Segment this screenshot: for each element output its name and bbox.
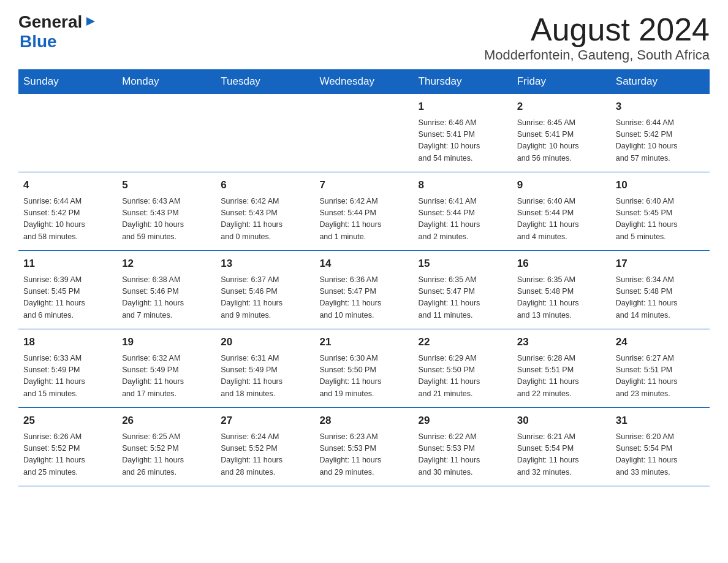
day-info: Sunrise: 6:40 AM Sunset: 5:45 PM Dayligh…	[616, 196, 705, 243]
day-info: Sunrise: 6:25 AM Sunset: 5:52 PM Dayligh…	[122, 431, 211, 479]
day-info: Sunrise: 6:20 AM Sunset: 5:54 PM Dayligh…	[616, 431, 705, 479]
day-number: 1	[419, 99, 507, 115]
day-number: 8	[419, 177, 507, 193]
day-info: Sunrise: 6:42 AM Sunset: 5:44 PM Dayligh…	[319, 196, 408, 243]
day-info: Sunrise: 6:27 AM Sunset: 5:51 PM Dayligh…	[616, 353, 705, 400]
calendar-day-8: 8Sunrise: 6:41 AM Sunset: 5:44 PM Daylig…	[414, 172, 512, 251]
calendar-day-23: 23Sunrise: 6:28 AM Sunset: 5:51 PM Dayli…	[512, 329, 611, 408]
day-number: 2	[517, 99, 606, 115]
weekday-header-friday: Friday	[512, 69, 611, 94]
day-info: Sunrise: 6:35 AM Sunset: 5:48 PM Dayligh…	[517, 274, 606, 322]
day-info: Sunrise: 6:23 AM Sunset: 5:53 PM Dayligh…	[319, 431, 408, 479]
calendar-header-row: SundayMondayTuesdayWednesdayThursdayFrid…	[18, 69, 710, 94]
weekday-header-tuesday: Tuesday	[216, 69, 314, 94]
location-title: Modderfontein, Gauteng, South Africa	[484, 47, 710, 63]
calendar-week-row: 18Sunrise: 6:33 AM Sunset: 5:49 PM Dayli…	[18, 329, 710, 408]
weekday-header-saturday: Saturday	[611, 69, 710, 94]
day-info: Sunrise: 6:33 AM Sunset: 5:49 PM Dayligh…	[23, 353, 112, 400]
month-title: August 2024	[484, 12, 710, 47]
day-number: 19	[122, 334, 211, 350]
day-number: 23	[517, 334, 606, 350]
page-header: General Blue August 2024 Modderfontein, …	[18, 12, 710, 63]
calendar-day-26: 26Sunrise: 6:25 AM Sunset: 5:52 PM Dayli…	[117, 408, 216, 486]
day-info: Sunrise: 6:43 AM Sunset: 5:43 PM Dayligh…	[122, 196, 211, 243]
weekday-header-monday: Monday	[117, 69, 216, 94]
weekday-header-thursday: Thursday	[414, 69, 512, 94]
calendar-day-19: 19Sunrise: 6:32 AM Sunset: 5:49 PM Dayli…	[117, 329, 216, 408]
day-info: Sunrise: 6:44 AM Sunset: 5:42 PM Dayligh…	[23, 196, 112, 243]
header-right: August 2024 Modderfontein, Gauteng, Sout…	[484, 12, 710, 63]
day-info: Sunrise: 6:29 AM Sunset: 5:50 PM Dayligh…	[419, 353, 507, 400]
calendar-day-28: 28Sunrise: 6:23 AM Sunset: 5:53 PM Dayli…	[314, 408, 413, 486]
calendar-day-13: 13Sunrise: 6:37 AM Sunset: 5:46 PM Dayli…	[216, 251, 314, 329]
calendar-table: SundayMondayTuesdayWednesdayThursdayFrid…	[18, 69, 710, 486]
calendar-day-29: 29Sunrise: 6:22 AM Sunset: 5:53 PM Dayli…	[414, 408, 512, 486]
day-number: 30	[517, 413, 606, 429]
logo: General Blue	[18, 12, 96, 52]
day-number: 15	[419, 256, 507, 272]
day-info: Sunrise: 6:21 AM Sunset: 5:54 PM Dayligh…	[517, 431, 606, 479]
day-info: Sunrise: 6:28 AM Sunset: 5:51 PM Dayligh…	[517, 353, 606, 400]
svg-marker-0	[86, 17, 95, 26]
day-number: 17	[616, 256, 705, 272]
calendar-day-20: 20Sunrise: 6:31 AM Sunset: 5:49 PM Dayli…	[216, 329, 314, 408]
calendar-week-row: 4Sunrise: 6:44 AM Sunset: 5:42 PM Daylig…	[18, 172, 710, 251]
day-number: 31	[616, 413, 705, 429]
calendar-day-9: 9Sunrise: 6:40 AM Sunset: 5:44 PM Daylig…	[512, 172, 611, 251]
day-info: Sunrise: 6:40 AM Sunset: 5:44 PM Dayligh…	[517, 196, 606, 243]
day-info: Sunrise: 6:24 AM Sunset: 5:52 PM Dayligh…	[221, 431, 309, 479]
day-number: 28	[319, 413, 408, 429]
logo-blue-text: Blue	[20, 32, 57, 51]
day-info: Sunrise: 6:44 AM Sunset: 5:42 PM Dayligh…	[616, 117, 705, 165]
day-number: 10	[616, 177, 705, 193]
calendar-day-22: 22Sunrise: 6:29 AM Sunset: 5:50 PM Dayli…	[414, 329, 512, 408]
calendar-day-2: 2Sunrise: 6:45 AM Sunset: 5:41 PM Daylig…	[512, 94, 611, 172]
day-number: 21	[319, 334, 408, 350]
calendar-day-14: 14Sunrise: 6:36 AM Sunset: 5:47 PM Dayli…	[314, 251, 413, 329]
day-number: 9	[517, 177, 606, 193]
day-info: Sunrise: 6:42 AM Sunset: 5:43 PM Dayligh…	[221, 196, 309, 243]
day-info: Sunrise: 6:22 AM Sunset: 5:53 PM Dayligh…	[419, 431, 507, 479]
day-info: Sunrise: 6:46 AM Sunset: 5:41 PM Dayligh…	[419, 117, 507, 165]
calendar-day-1: 1Sunrise: 6:46 AM Sunset: 5:41 PM Daylig…	[414, 94, 512, 172]
day-number: 24	[616, 334, 705, 350]
day-number: 4	[23, 177, 112, 193]
weekday-header-wednesday: Wednesday	[314, 69, 413, 94]
calendar-day-5: 5Sunrise: 6:43 AM Sunset: 5:43 PM Daylig…	[117, 172, 216, 251]
day-info: Sunrise: 6:38 AM Sunset: 5:46 PM Dayligh…	[122, 274, 211, 322]
weekday-header-sunday: Sunday	[18, 69, 117, 94]
day-number: 11	[23, 256, 112, 272]
day-info: Sunrise: 6:31 AM Sunset: 5:49 PM Dayligh…	[221, 353, 309, 400]
calendar-week-row: 1Sunrise: 6:46 AM Sunset: 5:41 PM Daylig…	[18, 94, 710, 172]
calendar-empty-cell	[18, 94, 117, 172]
day-number: 22	[419, 334, 507, 350]
calendar-day-4: 4Sunrise: 6:44 AM Sunset: 5:42 PM Daylig…	[18, 172, 117, 251]
calendar-week-row: 11Sunrise: 6:39 AM Sunset: 5:45 PM Dayli…	[18, 251, 710, 329]
day-info: Sunrise: 6:26 AM Sunset: 5:52 PM Dayligh…	[23, 431, 112, 479]
calendar-day-6: 6Sunrise: 6:42 AM Sunset: 5:43 PM Daylig…	[216, 172, 314, 251]
day-info: Sunrise: 6:35 AM Sunset: 5:47 PM Dayligh…	[419, 274, 507, 322]
calendar-day-31: 31Sunrise: 6:20 AM Sunset: 5:54 PM Dayli…	[611, 408, 710, 486]
day-info: Sunrise: 6:36 AM Sunset: 5:47 PM Dayligh…	[319, 274, 408, 322]
day-number: 6	[221, 177, 309, 193]
calendar-day-11: 11Sunrise: 6:39 AM Sunset: 5:45 PM Dayli…	[18, 251, 117, 329]
day-number: 16	[517, 256, 606, 272]
day-info: Sunrise: 6:37 AM Sunset: 5:46 PM Dayligh…	[221, 274, 309, 322]
calendar-day-21: 21Sunrise: 6:30 AM Sunset: 5:50 PM Dayli…	[314, 329, 413, 408]
calendar-day-16: 16Sunrise: 6:35 AM Sunset: 5:48 PM Dayli…	[512, 251, 611, 329]
calendar-day-25: 25Sunrise: 6:26 AM Sunset: 5:52 PM Dayli…	[18, 408, 117, 486]
day-info: Sunrise: 6:39 AM Sunset: 5:45 PM Dayligh…	[23, 274, 112, 322]
day-info: Sunrise: 6:30 AM Sunset: 5:50 PM Dayligh…	[319, 353, 408, 400]
calendar-day-12: 12Sunrise: 6:38 AM Sunset: 5:46 PM Dayli…	[117, 251, 216, 329]
day-number: 25	[23, 413, 112, 429]
calendar-day-24: 24Sunrise: 6:27 AM Sunset: 5:51 PM Dayli…	[611, 329, 710, 408]
calendar-empty-cell	[314, 94, 413, 172]
calendar-empty-cell	[216, 94, 314, 172]
day-info: Sunrise: 6:34 AM Sunset: 5:48 PM Dayligh…	[616, 274, 705, 322]
day-info: Sunrise: 6:41 AM Sunset: 5:44 PM Dayligh…	[419, 196, 507, 243]
day-number: 12	[122, 256, 211, 272]
day-number: 26	[122, 413, 211, 429]
day-number: 5	[122, 177, 211, 193]
day-number: 29	[419, 413, 507, 429]
calendar-day-27: 27Sunrise: 6:24 AM Sunset: 5:52 PM Dayli…	[216, 408, 314, 486]
